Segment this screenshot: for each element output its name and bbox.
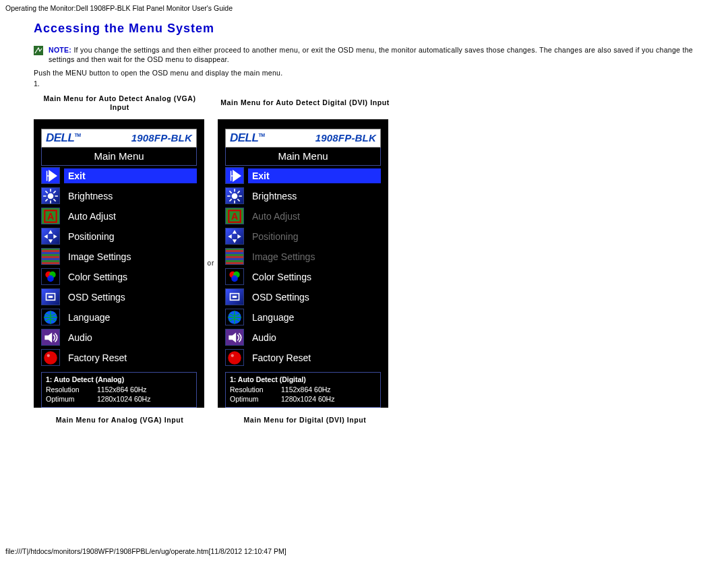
caption-bottom-left: Main Menu for Analog (VGA) Input — [34, 416, 206, 425]
menu-label: Positioning — [248, 229, 381, 244]
menu-label: Factory Reset — [248, 350, 381, 365]
language-icon — [225, 309, 244, 325]
menu-item-factory-reset[interactable]: Factory Reset — [41, 348, 197, 368]
menu-label: Color Settings — [64, 270, 197, 284]
menu-item-osd-settings[interactable]: OSD Settings — [41, 287, 197, 307]
svg-rect-44 — [233, 296, 237, 298]
menu-item-positioning: Positioning — [225, 226, 381, 247]
brightness-icon — [225, 187, 244, 204]
menu-label: Brightness — [248, 189, 381, 204]
menu-label: Language — [64, 310, 197, 325]
menu-label: Audio — [248, 330, 381, 345]
caption-top-right: Main Menu for Auto Detect Digital (DVI) … — [219, 98, 391, 108]
note-text: NOTE: If you change the settings and the… — [49, 45, 694, 64]
status-row: Optimum1280x1024 60Hz — [46, 394, 192, 404]
audio-icon — [225, 329, 244, 346]
menu-label: Color Settings — [248, 270, 381, 284]
menu-item-exit[interactable]: Exit — [41, 166, 197, 186]
page-header-line: Operating the Monitor:Dell 1908FP-BLK Fl… — [0, 0, 728, 16]
push-line: Push the MENU button to open the OSD men… — [34, 68, 694, 77]
osd-brand-bar: DELLTM 1908FP-BLK — [41, 129, 197, 148]
image-settings-icon — [41, 248, 60, 265]
language-icon — [41, 309, 60, 325]
svg-text:A: A — [231, 211, 238, 222]
osd-panel-analog: DELLTM 1908FP-BLK Main Menu Exit Brightn… — [34, 119, 204, 408]
audio-icon — [41, 329, 60, 346]
menu-item-language[interactable]: Language — [41, 307, 197, 327]
menu-label: Image Settings — [64, 249, 197, 264]
svg-point-48 — [231, 354, 234, 356]
factory-reset-icon — [41, 349, 60, 366]
menu-label: Positioning — [64, 229, 197, 244]
menu-label: Image Settings — [248, 249, 381, 264]
osd-row: DELLTM 1908FP-BLK Main Menu Exit Brightn… — [34, 119, 694, 408]
caption-bottom-right: Main Menu for Digital (DVI) Input — [219, 416, 391, 425]
status-row: Resolution1152x864 60Hz — [46, 385, 192, 394]
menu-item-factory-reset[interactable]: Factory Reset — [225, 348, 381, 368]
menu-item-image-settings: Image Settings — [225, 247, 381, 267]
osd-brand-bar: DELLTM 1908FP-BLK — [225, 129, 381, 148]
model-label: 1908FP-BLK — [131, 132, 192, 144]
captions-row-bottom: Main Menu for Analog (VGA) Input Main Me… — [34, 416, 694, 425]
captions-row-top: Main Menu for Auto Detect Analog (VGA) I… — [34, 94, 694, 113]
svg-marker-22 — [44, 332, 52, 342]
svg-marker-15 — [53, 235, 57, 239]
list-number: 1. — [34, 80, 694, 88]
caption-top-left: Main Menu for Auto Detect Analog (VGA) I… — [34, 94, 206, 113]
section-heading: Accessing the Menu System — [34, 22, 694, 36]
auto-adjust-icon: A — [41, 208, 60, 224]
note-icon — [34, 46, 43, 55]
svg-point-1 — [48, 193, 54, 199]
svg-marker-12 — [49, 230, 53, 233]
menu-item-exit[interactable]: Exit — [225, 166, 381, 186]
menu-item-color-settings[interactable]: Color Settings — [225, 267, 381, 287]
note-body: If you change the settings and then eith… — [49, 46, 693, 63]
svg-rect-20 — [49, 296, 53, 298]
brightness-icon — [41, 187, 60, 204]
color-settings-icon — [41, 268, 60, 285]
status-title: 1: Auto Detect (Analog) — [46, 375, 192, 383]
menu-item-brightness[interactable]: Brightness — [41, 186, 197, 206]
svg-line-7 — [53, 199, 55, 201]
osd-main-title: Main Menu — [41, 148, 197, 166]
svg-marker-36 — [233, 230, 237, 233]
menu-item-osd-settings[interactable]: OSD Settings — [225, 287, 381, 307]
menu-item-audio[interactable]: Audio — [41, 327, 197, 348]
menu-item-color-settings[interactable]: Color Settings — [41, 267, 197, 287]
svg-marker-37 — [233, 239, 237, 243]
auto-adjust-icon: A — [225, 208, 244, 224]
menu-items-analog: Exit Brightness A Auto Adjust Positionin… — [41, 166, 197, 368]
osd-panel-digital: DELLTM 1908FP-BLK Main Menu Exit Brightn… — [218, 119, 388, 408]
status-block-digital: 1: Auto Detect (Digital) Resolution1152x… — [225, 372, 381, 408]
dell-logo: DELLTM — [230, 131, 265, 145]
exit-icon — [225, 167, 244, 184]
menu-label: Exit — [248, 168, 381, 183]
menu-item-positioning[interactable]: Positioning — [41, 226, 197, 247]
footer-url: file:///T|/htdocs/monitors/1908WFP/1908F… — [5, 547, 286, 555]
content-area: Accessing the Menu System NOTE: If you c… — [0, 16, 728, 425]
menu-item-brightness[interactable]: Brightness — [225, 186, 381, 206]
menu-items-digital: Exit Brightness A Auto Adjust Positionin… — [225, 166, 381, 368]
menu-item-auto-adjust: A Auto Adjust — [225, 206, 381, 226]
menu-label: OSD Settings — [248, 290, 381, 305]
or-label: or — [204, 259, 218, 267]
menu-item-audio[interactable]: Audio — [225, 327, 381, 348]
menu-label: OSD Settings — [64, 290, 197, 305]
positioning-icon — [225, 228, 244, 245]
menu-item-language[interactable]: Language — [225, 307, 381, 327]
svg-marker-13 — [49, 239, 53, 243]
menu-item-auto-adjust[interactable]: A Auto Adjust — [41, 206, 197, 226]
dell-logo: DELLTM — [46, 131, 81, 145]
svg-line-30 — [229, 191, 231, 193]
svg-text:A: A — [47, 211, 54, 222]
svg-marker-14 — [44, 235, 47, 239]
osd-main-title: Main Menu — [225, 148, 381, 166]
exit-icon — [41, 167, 60, 184]
svg-marker-38 — [228, 235, 231, 239]
menu-label: Auto Adjust — [248, 209, 381, 224]
status-title: 1: Auto Detect (Digital) — [230, 375, 376, 383]
menu-label: Exit — [64, 168, 197, 183]
svg-line-33 — [237, 191, 239, 193]
svg-line-8 — [45, 199, 47, 201]
menu-item-image-settings[interactable]: Image Settings — [41, 247, 197, 267]
